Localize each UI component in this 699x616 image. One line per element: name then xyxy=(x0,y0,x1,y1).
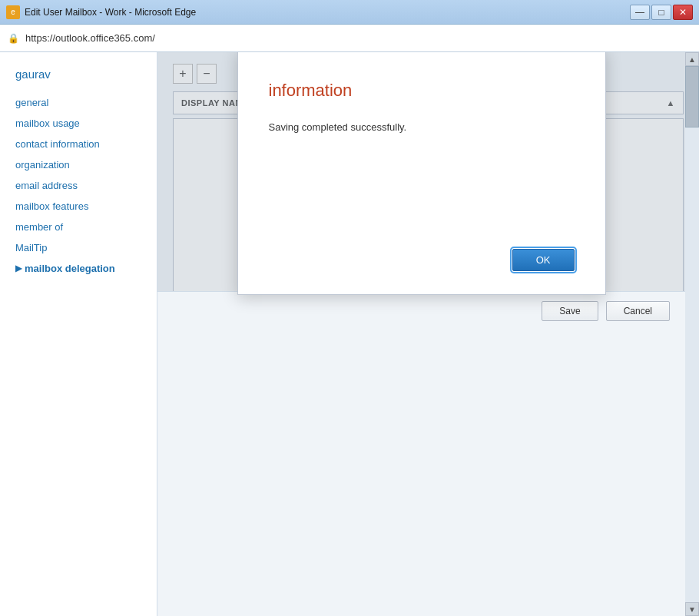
maximize-button[interactable]: □ xyxy=(651,5,671,20)
active-arrow-icon: ▶ xyxy=(15,263,22,273)
scroll-down-button[interactable]: ▼ xyxy=(685,602,699,616)
sidebar-item-mailtip[interactable]: MailTip xyxy=(0,237,157,258)
scroll-track[interactable] xyxy=(685,66,699,602)
window-title: Edit User Mailbox - Work - Microsoft Edg… xyxy=(25,7,196,18)
sidebar-username[interactable]: gaurav xyxy=(0,64,157,92)
content-area: + − DISPLAY NAME ▲ information Saving co… xyxy=(157,52,699,330)
save-button[interactable]: Save xyxy=(542,301,598,321)
sidebar-item-mailbox-usage[interactable]: mailbox usage xyxy=(0,113,157,134)
bottom-bar: Save Cancel xyxy=(157,291,685,330)
sidebar-item-email-address[interactable]: email address xyxy=(0,175,157,196)
sidebar: gaurav general mailbox usage contact inf… xyxy=(0,52,157,616)
address-bar: 🔒 https://outlook.office365.com/ xyxy=(0,25,699,52)
scrollbar: ▲ ▼ xyxy=(685,52,699,616)
sidebar-item-mailbox-delegation[interactable]: ▶ mailbox delegation xyxy=(0,258,157,279)
lock-icon: 🔒 xyxy=(8,33,19,44)
modal-body: information Saving completed successfull… xyxy=(238,52,605,233)
modal-footer: OK xyxy=(238,233,605,294)
sidebar-item-organization[interactable]: organization xyxy=(0,154,157,175)
scroll-up-button[interactable]: ▲ xyxy=(685,52,699,66)
scroll-thumb[interactable] xyxy=(685,66,699,128)
title-bar-left: e Edit User Mailbox - Work - Microsoft E… xyxy=(6,5,196,19)
app-icon: e xyxy=(6,5,20,19)
sidebar-item-contact-information[interactable]: contact information xyxy=(0,134,157,154)
window-controls: — □ ✕ xyxy=(630,5,693,20)
modal-message: Saving completed successfully. xyxy=(269,120,575,135)
ok-button[interactable]: OK xyxy=(512,249,575,271)
close-button[interactable]: ✕ xyxy=(673,5,693,20)
sidebar-nav: general mailbox usage contact informatio… xyxy=(0,92,157,279)
title-bar: e Edit User Mailbox - Work - Microsoft E… xyxy=(0,0,699,25)
modal-title: information xyxy=(269,81,575,101)
modal-dialog: information Saving completed successfull… xyxy=(237,52,606,295)
sidebar-item-mailbox-features[interactable]: mailbox features xyxy=(0,196,157,217)
sidebar-item-general[interactable]: general xyxy=(0,92,157,113)
cancel-button[interactable]: Cancel xyxy=(606,301,670,321)
minimize-button[interactable]: — xyxy=(630,5,650,20)
url-text[interactable]: https://outlook.office365.com/ xyxy=(25,32,691,44)
sidebar-item-member-of[interactable]: member of xyxy=(0,217,157,237)
main-content: gaurav general mailbox usage contact inf… xyxy=(0,52,699,616)
modal-overlay: information Saving completed successfull… xyxy=(157,52,685,291)
